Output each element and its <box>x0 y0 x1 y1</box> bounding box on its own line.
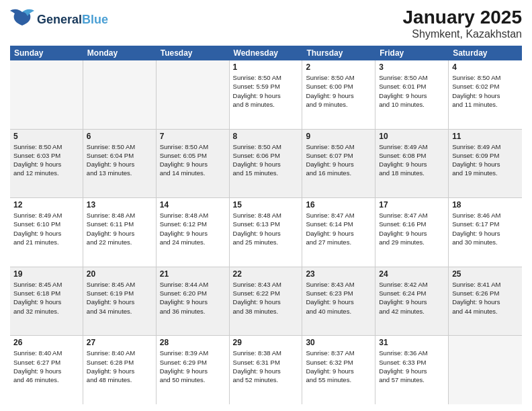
calendar-cell: 18Sunrise: 8:46 AM Sunset: 6:17 PM Dayli… <box>449 198 522 267</box>
calendar-cell: 17Sunrise: 8:47 AM Sunset: 6:16 PM Dayli… <box>375 198 449 267</box>
day-number: 6 <box>87 132 152 141</box>
day-number: 12 <box>13 200 79 210</box>
logo-icon <box>10 7 34 34</box>
day-info: Sunrise: 8:50 AM Sunset: 6:06 PM Dayligh… <box>233 142 299 178</box>
day-info: Sunrise: 8:49 AM Sunset: 6:08 PM Dayligh… <box>379 142 445 178</box>
day-number: 20 <box>87 269 152 279</box>
day-info: Sunrise: 8:49 AM Sunset: 6:09 PM Dayligh… <box>452 142 519 178</box>
calendar-cell: 22Sunrise: 8:43 AM Sunset: 6:22 PM Dayli… <box>230 267 303 336</box>
day-number: 26 <box>13 338 79 347</box>
calendar-body: 1Sunrise: 8:50 AM Sunset: 5:59 PM Daylig… <box>10 60 522 404</box>
day-info: Sunrise: 8:48 AM Sunset: 6:12 PM Dayligh… <box>160 211 226 246</box>
calendar-cell: 16Sunrise: 8:47 AM Sunset: 6:14 PM Dayli… <box>302 198 375 267</box>
calendar-row-3: 12Sunrise: 8:49 AM Sunset: 6:10 PM Dayli… <box>10 198 522 267</box>
day-info: Sunrise: 8:50 AM Sunset: 6:05 PM Dayligh… <box>160 142 226 178</box>
day-number: 1 <box>233 62 299 72</box>
calendar-cell: 27Sunrise: 8:40 AM Sunset: 6:28 PM Dayli… <box>83 336 157 404</box>
day-info: Sunrise: 8:39 AM Sunset: 6:29 PM Dayligh… <box>160 349 226 384</box>
calendar-cell: 31Sunrise: 8:36 AM Sunset: 6:33 PM Dayli… <box>375 336 449 404</box>
calendar-cell: 15Sunrise: 8:48 AM Sunset: 6:13 PM Dayli… <box>230 198 303 267</box>
day-info: Sunrise: 8:46 AM Sunset: 6:17 PM Dayligh… <box>452 211 519 246</box>
day-number: 23 <box>306 269 371 279</box>
day-number: 25 <box>452 269 519 279</box>
logo: GeneralBlue <box>10 7 108 34</box>
day-info: Sunrise: 8:50 AM Sunset: 6:04 PM Dayligh… <box>87 142 152 178</box>
weekday-header-tuesday: Tuesday <box>157 46 230 60</box>
weekday-header-monday: Monday <box>83 46 157 60</box>
day-number: 30 <box>306 338 371 347</box>
day-number: 27 <box>87 338 152 347</box>
calendar-cell: 11Sunrise: 8:49 AM Sunset: 6:09 PM Dayli… <box>449 130 522 198</box>
day-number: 16 <box>306 200 371 210</box>
day-info: Sunrise: 8:40 AM Sunset: 6:28 PM Dayligh… <box>87 349 152 384</box>
calendar-cell: 13Sunrise: 8:48 AM Sunset: 6:11 PM Dayli… <box>83 198 157 267</box>
weekday-header-sunday: Sunday <box>10 46 83 60</box>
day-info: Sunrise: 8:49 AM Sunset: 6:10 PM Dayligh… <box>13 211 79 246</box>
calendar-cell <box>449 336 522 404</box>
month-title: January 2025 <box>403 7 522 28</box>
calendar-row-5: 26Sunrise: 8:40 AM Sunset: 6:27 PM Dayli… <box>10 336 522 404</box>
calendar-cell <box>83 60 157 129</box>
calendar-cell: 19Sunrise: 8:45 AM Sunset: 6:18 PM Dayli… <box>10 267 83 336</box>
calendar-cell: 20Sunrise: 8:45 AM Sunset: 6:19 PM Dayli… <box>83 267 157 336</box>
header: GeneralBlue January 2025 Shymkent, Kazak… <box>10 7 522 40</box>
day-number: 15 <box>233 200 299 210</box>
day-number: 14 <box>160 200 226 210</box>
logo-text-block: GeneralBlue <box>37 13 108 27</box>
calendar-cell: 21Sunrise: 8:44 AM Sunset: 6:20 PM Dayli… <box>157 267 230 336</box>
day-info: Sunrise: 8:50 AM Sunset: 6:01 PM Dayligh… <box>379 73 445 109</box>
calendar-cell: 29Sunrise: 8:38 AM Sunset: 6:31 PM Dayli… <box>230 336 303 404</box>
day-number: 7 <box>160 132 226 141</box>
day-info: Sunrise: 8:43 AM Sunset: 6:22 PM Dayligh… <box>233 280 299 316</box>
day-number: 9 <box>306 132 371 141</box>
calendar-cell: 3Sunrise: 8:50 AM Sunset: 6:01 PM Daylig… <box>375 60 449 129</box>
logo-line1: GeneralBlue <box>37 13 108 27</box>
calendar-cell: 25Sunrise: 8:41 AM Sunset: 6:26 PM Dayli… <box>449 267 522 336</box>
day-info: Sunrise: 8:47 AM Sunset: 6:16 PM Dayligh… <box>379 211 445 246</box>
day-info: Sunrise: 8:38 AM Sunset: 6:31 PM Dayligh… <box>233 349 299 384</box>
calendar-cell: 8Sunrise: 8:50 AM Sunset: 6:06 PM Daylig… <box>230 130 303 198</box>
day-info: Sunrise: 8:43 AM Sunset: 6:23 PM Dayligh… <box>306 280 371 316</box>
calendar-cell: 4Sunrise: 8:50 AM Sunset: 6:02 PM Daylig… <box>449 60 522 129</box>
calendar-header: SundayMondayTuesdayWednesdayThursdayFrid… <box>10 46 522 60</box>
calendar-cell: 7Sunrise: 8:50 AM Sunset: 6:05 PM Daylig… <box>157 130 230 198</box>
weekday-header-saturday: Saturday <box>449 46 522 60</box>
calendar-row-1: 1Sunrise: 8:50 AM Sunset: 5:59 PM Daylig… <box>10 60 522 130</box>
day-number: 19 <box>13 269 79 279</box>
day-info: Sunrise: 8:48 AM Sunset: 6:13 PM Dayligh… <box>233 211 299 246</box>
day-info: Sunrise: 8:42 AM Sunset: 6:24 PM Dayligh… <box>379 280 445 316</box>
calendar-cell <box>157 60 230 129</box>
calendar-row-4: 19Sunrise: 8:45 AM Sunset: 6:18 PM Dayli… <box>10 267 522 336</box>
calendar-cell: 1Sunrise: 8:50 AM Sunset: 5:59 PM Daylig… <box>230 60 303 129</box>
day-number: 28 <box>160 338 226 347</box>
day-info: Sunrise: 8:41 AM Sunset: 6:26 PM Dayligh… <box>452 280 519 316</box>
calendar-cell <box>10 60 83 129</box>
day-number: 13 <box>87 200 152 210</box>
calendar-cell: 26Sunrise: 8:40 AM Sunset: 6:27 PM Dayli… <box>10 336 83 404</box>
page: GeneralBlue January 2025 Shymkent, Kazak… <box>0 0 532 411</box>
day-info: Sunrise: 8:37 AM Sunset: 6:32 PM Dayligh… <box>306 349 371 384</box>
day-info: Sunrise: 8:40 AM Sunset: 6:27 PM Dayligh… <box>13 349 79 384</box>
day-info: Sunrise: 8:50 AM Sunset: 5:59 PM Dayligh… <box>233 73 299 109</box>
title-block: January 2025 Shymkent, Kazakhstan <box>403 7 522 40</box>
day-info: Sunrise: 8:48 AM Sunset: 6:11 PM Dayligh… <box>87 211 152 246</box>
day-number: 4 <box>452 62 519 72</box>
calendar-cell: 24Sunrise: 8:42 AM Sunset: 6:24 PM Dayli… <box>375 267 449 336</box>
calendar-cell: 23Sunrise: 8:43 AM Sunset: 6:23 PM Dayli… <box>302 267 375 336</box>
day-info: Sunrise: 8:36 AM Sunset: 6:33 PM Dayligh… <box>379 349 445 384</box>
day-info: Sunrise: 8:44 AM Sunset: 6:20 PM Dayligh… <box>160 280 226 316</box>
calendar-cell: 30Sunrise: 8:37 AM Sunset: 6:32 PM Dayli… <box>302 336 375 404</box>
day-info: Sunrise: 8:50 AM Sunset: 6:00 PM Dayligh… <box>306 73 371 109</box>
day-number: 18 <box>452 200 519 210</box>
calendar-row-2: 5Sunrise: 8:50 AM Sunset: 6:03 PM Daylig… <box>10 130 522 199</box>
day-number: 21 <box>160 269 226 279</box>
day-number: 22 <box>233 269 299 279</box>
day-info: Sunrise: 8:45 AM Sunset: 6:18 PM Dayligh… <box>13 280 79 316</box>
day-number: 2 <box>306 62 371 72</box>
calendar: SundayMondayTuesdayWednesdayThursdayFrid… <box>10 46 522 404</box>
day-info: Sunrise: 8:50 AM Sunset: 6:02 PM Dayligh… <box>452 73 519 109</box>
weekday-header-friday: Friday <box>375 46 449 60</box>
calendar-cell: 28Sunrise: 8:39 AM Sunset: 6:29 PM Dayli… <box>157 336 230 404</box>
day-info: Sunrise: 8:47 AM Sunset: 6:14 PM Dayligh… <box>306 211 371 246</box>
day-number: 31 <box>379 338 445 347</box>
